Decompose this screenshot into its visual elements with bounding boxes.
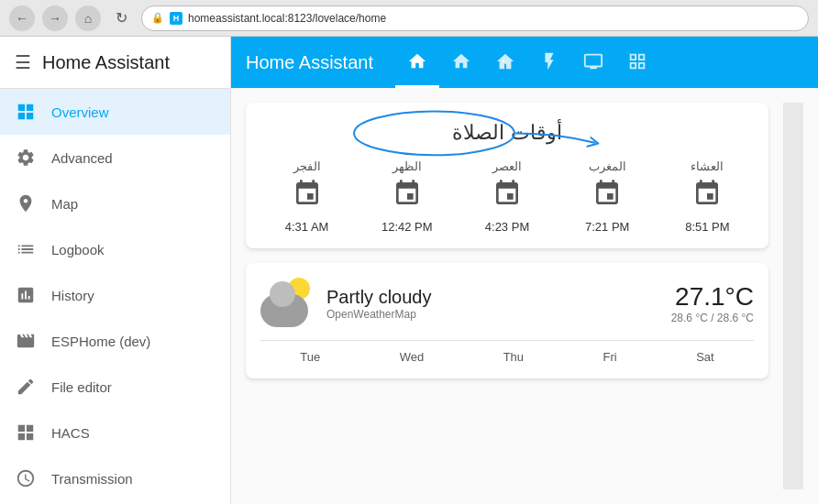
sidebar-item-label-hacs: HACS xyxy=(51,425,90,441)
sidebar-item-label-map: Map xyxy=(51,196,78,212)
prayer-card: أوقات الصلاة الفجر 4:31 AM xyxy=(246,103,768,248)
svg-rect-2 xyxy=(18,433,25,440)
prayer-icon-maghrib xyxy=(592,179,622,214)
prayer-isha: العشاء 8:51 PM xyxy=(661,159,754,234)
svg-rect-4 xyxy=(503,60,504,62)
weather-condition: Partly cloudy xyxy=(326,287,657,308)
prayer-title-row: أوقات الصلاة xyxy=(260,121,754,145)
tab-grid[interactable] xyxy=(615,37,659,88)
sidebar-item-overview[interactable]: Overview xyxy=(0,89,230,135)
svg-rect-0 xyxy=(18,425,25,432)
prayer-time-asr: 4:23 PM xyxy=(485,220,529,234)
prayer-icon-dhuhr xyxy=(392,179,422,214)
weather-day-sat: Sat xyxy=(696,350,714,364)
sidebar-title: Home Assistant xyxy=(42,52,170,73)
logbook-icon xyxy=(15,239,37,259)
top-bar-title: Home Assistant xyxy=(246,52,373,73)
map-icon xyxy=(15,193,37,214)
sidebar-item-history[interactable]: History xyxy=(0,272,230,318)
main-content: Home Assistant xyxy=(231,37,818,504)
sidebar-item-label-advanced: Advanced xyxy=(51,150,113,166)
prayer-fajr: الفجر 4:31 AM xyxy=(260,159,353,234)
hacs-icon xyxy=(15,422,37,443)
sidebar-item-transmission[interactable]: Transmission xyxy=(0,455,230,501)
top-bar: Home Assistant xyxy=(231,37,818,88)
sidebar-item-label-history: History xyxy=(51,288,94,303)
svg-rect-1 xyxy=(27,425,33,432)
prayer-time-dhuhr: 12:42 PM xyxy=(381,220,433,234)
sidebar-item-esphome[interactable]: ESPHome (dev) xyxy=(0,318,230,364)
prayer-name-dhuhr: الظهر xyxy=(392,159,422,173)
lock-icon: 🔒 xyxy=(151,12,164,24)
prayer-name-fajr: الفجر xyxy=(293,159,321,173)
history-icon xyxy=(15,285,37,305)
prayer-title: أوقات الصلاة xyxy=(452,121,561,144)
hamburger-icon[interactable]: ☰ xyxy=(15,51,31,73)
advanced-icon xyxy=(15,148,37,168)
forward-button[interactable]: → xyxy=(42,5,68,31)
sidebar-item-label-file-editor: File editor xyxy=(51,379,112,395)
tab-home[interactable] xyxy=(395,37,439,88)
address-bar[interactable]: 🔒 homeassistant.local:8123/lovelace/home xyxy=(141,5,809,31)
prayer-dhuhr: الظهر 12:42 PM xyxy=(360,159,453,234)
sidebar-item-advanced[interactable]: Advanced xyxy=(0,135,230,181)
weather-range: 28.6 °C / 28.6 °C xyxy=(671,312,754,324)
prayer-icon-isha xyxy=(692,179,722,214)
home-button[interactable]: ⌂ xyxy=(75,5,101,31)
content-area: أوقات الصلاة الفجر 4:31 AM xyxy=(231,88,818,504)
tab-person[interactable] xyxy=(439,37,483,88)
file-editor-icon xyxy=(15,377,37,397)
sidebar-item-label-overview: Overview xyxy=(51,104,109,120)
prayer-time-isha: 8:51 PM xyxy=(685,220,729,234)
weather-day-wed: Wed xyxy=(400,350,425,364)
weather-days: Tue Wed Thu Fri Sat xyxy=(260,340,754,364)
prayer-name-asr: العصر xyxy=(492,159,522,173)
prayer-times-grid: الفجر 4:31 AM الظهر 12:42 xyxy=(260,159,754,234)
prayer-asr: العصر 4:23 PM xyxy=(460,159,553,234)
weather-day-thu: Thu xyxy=(503,350,524,364)
right-panel-label: Fro xyxy=(783,112,803,133)
sidebar-item-file-editor[interactable]: File editor xyxy=(0,364,230,410)
browser-chrome: ← → ⌂ ↻ 🔒 homeassistant.local:8123/lovel… xyxy=(0,0,818,37)
sidebar-nav: Overview Advanced Map Logb xyxy=(0,89,230,504)
svg-rect-3 xyxy=(27,433,33,440)
tab-house[interactable] xyxy=(483,37,527,88)
tab-monitor[interactable] xyxy=(571,37,615,88)
weather-info: Partly cloudy OpenWeatherMap xyxy=(326,287,657,321)
overview-icon xyxy=(15,102,37,122)
sidebar-header: ☰ Home Assistant xyxy=(0,37,230,89)
weather-day-tue: Tue xyxy=(300,350,320,364)
sidebar-item-logbook[interactable]: Logbook xyxy=(0,226,230,272)
weather-temperature: 27.1°C xyxy=(671,282,754,312)
transmission-icon xyxy=(15,468,37,488)
weather-day-fri: Fri xyxy=(603,350,617,364)
cloud-shape xyxy=(260,294,308,327)
esphome-icon xyxy=(15,331,37,351)
sidebar-item-map[interactable]: Map xyxy=(0,181,230,226)
reload-button[interactable]: ↻ xyxy=(108,5,134,31)
prayer-name-isha: العشاء xyxy=(691,159,724,173)
prayer-maghrib: المغرب 7:21 PM xyxy=(561,159,654,234)
cards-column: أوقات الصلاة الفجر 4:31 AM xyxy=(246,103,768,489)
prayer-name-maghrib: المغرب xyxy=(589,159,626,173)
tab-kitchen[interactable] xyxy=(527,37,571,88)
weather-source: OpenWeatherMap xyxy=(326,308,657,321)
sidebar-item-label-esphome: ESPHome (dev) xyxy=(51,334,150,349)
url-text: homeassistant.local:8123/lovelace/home xyxy=(188,12,386,25)
sidebar-item-label-transmission: Transmission xyxy=(51,471,133,487)
prayer-icon-asr xyxy=(492,179,522,214)
sidebar: ☰ Home Assistant Overview Advanced xyxy=(0,37,231,504)
app-layout: ☰ Home Assistant Overview Advanced xyxy=(0,37,818,504)
tab-icons xyxy=(395,37,659,88)
favicon xyxy=(170,12,182,25)
weather-card: Partly cloudy OpenWeatherMap 27.1°C 28.6… xyxy=(246,263,768,378)
prayer-time-maghrib: 7:21 PM xyxy=(585,220,629,234)
prayer-time-fajr: 4:31 AM xyxy=(285,220,329,234)
back-button[interactable]: ← xyxy=(9,5,35,31)
weather-temp-container: 27.1°C 28.6 °C / 28.6 °C xyxy=(671,282,754,324)
sidebar-item-label-logbook: Logbook xyxy=(51,242,105,257)
right-panel: Fro xyxy=(783,103,803,489)
weather-main: Partly cloudy OpenWeatherMap 27.1°C 28.6… xyxy=(260,278,754,329)
sidebar-item-hacs[interactable]: HACS xyxy=(0,410,230,455)
weather-icon-container xyxy=(260,278,312,329)
